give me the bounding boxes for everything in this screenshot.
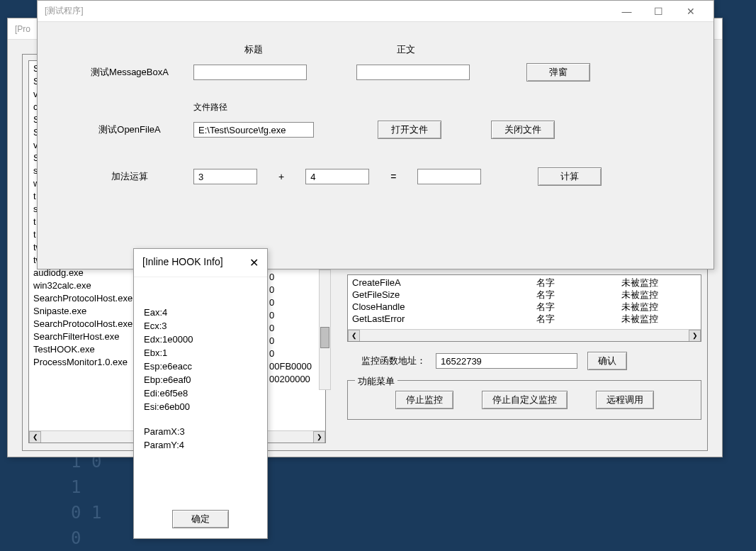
remote-call-button[interactable]: 远程调用 — [596, 391, 654, 409]
dialog-body: Eax:4Ecx:3Edx:1e0000Ebx:1Esp:e6eaccEbp:e… — [134, 277, 267, 466]
plus-sign: + — [271, 171, 291, 182]
confirm-button[interactable]: 确认 — [587, 352, 627, 370]
hook-function-table[interactable]: CreateFileA名字未被监控GetFileSize名字未被监控CloseH… — [347, 274, 701, 342]
func-cell: GetFileSize — [352, 289, 536, 301]
scroll-thumb[interactable] — [320, 327, 329, 348]
messagebox-row: 测试MessageBoxA 弹窗 — [80, 63, 671, 82]
value-cell: 0 — [269, 284, 312, 296]
dialog-titlebar[interactable]: [Inline HOOK Info] ✕ — [134, 249, 267, 277]
value-cell: 0 — [269, 335, 312, 347]
fieldset-legend: 功能菜单 — [355, 375, 397, 388]
status-cell: 未被监控 — [621, 301, 696, 313]
window-title: [测试程序] — [45, 5, 611, 17]
table-row[interactable]: GetLastError名字未被监控 — [352, 313, 696, 325]
close-icon[interactable]: ✕ — [249, 256, 259, 269]
name-cell: 名字 — [536, 313, 621, 325]
ok-button[interactable]: 确定 — [172, 510, 229, 528]
name-cell: 名字 — [536, 289, 621, 301]
minimize-icon[interactable]: — — [611, 1, 643, 21]
value-cell: 00FB0000 — [269, 360, 312, 373]
window-body: 标题 正文 测试MessageBoxA 弹窗 文件路径 测试OpenFileA … — [38, 22, 713, 227]
popup-button[interactable]: 弹窗 — [526, 63, 590, 82]
addition-row: 加法运算 + = 计算 — [80, 167, 671, 186]
func-cell: CreateFileA — [352, 277, 536, 289]
openfile-row: 测试OpenFileA 打开文件 关闭文件 — [80, 121, 671, 139]
register-line: Esi:e6eb00 — [144, 400, 257, 413]
stop-custom-monitor-button[interactable]: 停止自定义监控 — [482, 391, 568, 409]
register-line: Ecx:3 — [144, 319, 257, 333]
row-label: 加法运算 — [80, 170, 179, 183]
value-cell: 0 — [269, 296, 312, 309]
table-row[interactable]: CreateFileA名字未被监控 — [352, 277, 696, 289]
calculate-button[interactable]: 计算 — [538, 167, 602, 186]
register-line: Esp:e6eacc — [144, 360, 257, 373]
func-cell: CloseHandle — [352, 301, 536, 313]
column-headers: 标题 正文 — [193, 43, 671, 56]
scroll-right-icon[interactable]: ❯ — [313, 431, 325, 443]
status-cell: 未被监控 — [621, 289, 696, 301]
equals-sign: = — [383, 171, 403, 182]
close-icon[interactable]: ✕ — [675, 1, 706, 21]
register-line: Edi:e6f5e8 — [144, 386, 257, 400]
scroll-left-icon[interactable]: ❮ — [348, 330, 360, 342]
close-file-button[interactable]: 关闭文件 — [491, 121, 555, 139]
address-input[interactable] — [436, 353, 577, 369]
param-line: ParamY:4 — [144, 438, 257, 452]
header-filepath: 文件路径 — [193, 102, 227, 112]
title-input[interactable] — [193, 65, 307, 80]
filepath-header: 文件路径 — [193, 101, 671, 113]
register-line: Ebx:1 — [144, 346, 257, 360]
filepath-input[interactable] — [193, 122, 314, 138]
titlebar[interactable]: [测试程序] — ☐ ✕ — [38, 1, 713, 22]
right-panel: CreateFileA名字未被监控GetFileSize名字未被监控CloseH… — [347, 274, 701, 420]
value-cell: 0 — [269, 347, 312, 360]
result-input[interactable] — [417, 169, 481, 184]
scroll-left-icon[interactable]: ❮ — [29, 431, 41, 443]
register-line: Ebp:e6eaf0 — [144, 373, 257, 386]
dialog-footer: 确定 — [134, 510, 267, 528]
function-menu-fieldset: 功能菜单 停止监控 停止自定义监控 远程调用 — [347, 380, 701, 420]
test-program-window: [测试程序] — ☐ ✕ 标题 正文 测试MessageBoxA 弹窗 文件路径… — [37, 0, 714, 269]
row-label: 测试OpenFileA — [80, 123, 179, 136]
address-label: 监控函数地址： — [361, 355, 426, 367]
vertical-scrollbar[interactable] — [319, 269, 331, 390]
row-label: 测试MessageBoxA — [80, 66, 179, 79]
param-line: ParamX:3 — [144, 425, 257, 438]
maximize-icon[interactable]: ☐ — [643, 1, 675, 21]
value-cell: 0 — [269, 309, 312, 322]
status-cell: 未被监控 — [621, 277, 696, 289]
table-row[interactable]: CloseHandle名字未被监控 — [352, 301, 696, 313]
dialog-title: [Inline HOOK Info] — [142, 256, 223, 269]
register-line: Eax:4 — [144, 306, 257, 319]
operand-b-input[interactable] — [305, 169, 369, 184]
register-line: Edx:1e0000 — [144, 333, 257, 346]
value-cell: 00200000 — [269, 373, 312, 386]
scroll-right-icon[interactable]: ❯ — [689, 330, 701, 342]
inline-hook-info-dialog: [Inline HOOK Info] ✕ Eax:4Ecx:3Edx:1e000… — [133, 248, 268, 539]
name-cell: 名字 — [536, 301, 621, 313]
address-row: 监控函数地址： 确认 — [347, 347, 701, 374]
name-cell: 名字 — [536, 277, 621, 289]
operand-a-input[interactable] — [193, 169, 257, 184]
func-cell: GetLastError — [352, 313, 536, 325]
horizontal-scrollbar[interactable]: ❮ ❯ — [348, 329, 701, 341]
status-cell: 未被监控 — [621, 313, 696, 325]
value-cell: 0 — [269, 322, 312, 335]
table-row[interactable]: GetFileSize名字未被监控 — [352, 289, 696, 301]
stop-monitor-button[interactable]: 停止监控 — [395, 391, 453, 409]
body-input[interactable] — [356, 65, 470, 80]
open-file-button[interactable]: 打开文件 — [378, 121, 441, 139]
value-cell: 0 — [269, 271, 312, 284]
header-title: 标题 — [193, 43, 314, 56]
header-body: 正文 — [335, 43, 477, 56]
